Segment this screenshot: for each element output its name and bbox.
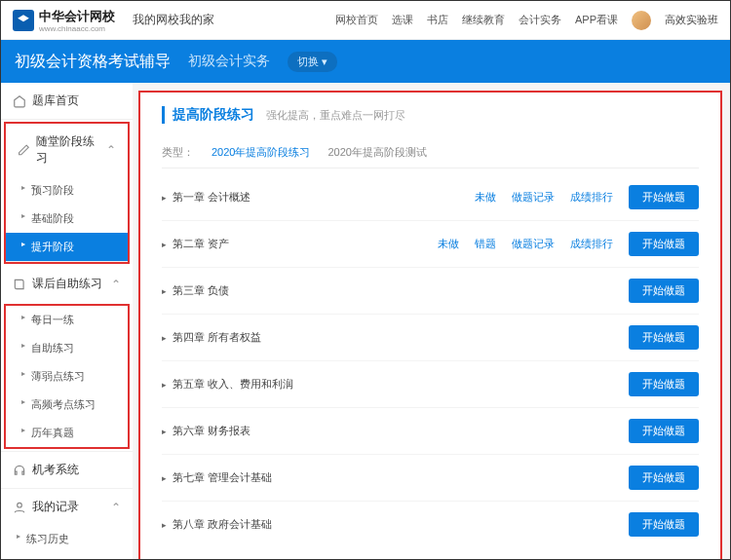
- top-nav: 网校首页选课书店继续教育会计实务APP看课高效实验班: [335, 11, 718, 30]
- chapter-link[interactable]: 未做: [438, 237, 459, 251]
- sidebar-head-selfstudy[interactable]: 课后自助练习 ⌃: [1, 266, 133, 302]
- sidebar-label: 题库首页: [32, 93, 79, 109]
- chapter-title[interactable]: 第五章 收入、费用和利润: [162, 377, 613, 392]
- chapter-row: 第八章 政府会计基础开始做题: [162, 502, 699, 547]
- sidebar-item-home[interactable]: 题库首页: [1, 83, 133, 119]
- sidebar-item[interactable]: 高频考点练习: [6, 391, 128, 419]
- sidebar-item[interactable]: 我的错题: [1, 553, 133, 559]
- start-button[interactable]: 开始做题: [629, 232, 699, 256]
- practice-panel: 提高阶段练习 强化提高，重点难点一网打尽 类型： 2020年提高阶段练习 202…: [138, 91, 722, 559]
- chapter-row: 第四章 所有者权益开始做题: [162, 315, 699, 361]
- chapter-title[interactable]: 第七章 管理会计基础: [162, 470, 613, 485]
- sidebar-head-inclass[interactable]: 随堂阶段练习 ⌃: [6, 124, 128, 176]
- type-option-practice[interactable]: 2020年提高阶段练习: [212, 145, 310, 160]
- chapter-title[interactable]: 第三章 负债: [162, 283, 613, 298]
- sidebar-section-home: 题库首页: [1, 83, 133, 120]
- chapter-title[interactable]: 第六章 财务报表: [162, 424, 613, 438]
- svg-point-0: [18, 503, 22, 507]
- sidebar-item[interactable]: 历年真题: [6, 419, 128, 447]
- chapter-row: 第三章 负债开始做题: [162, 268, 699, 315]
- top-nav-link[interactable]: 会计实务: [519, 13, 561, 27]
- chevron-up-icon: ⌃: [111, 278, 121, 291]
- chapter-title[interactable]: 第八章 政府会计基础: [162, 517, 613, 532]
- top-nav-link[interactable]: 选课: [392, 13, 413, 27]
- exam-title: 初级会计资格考试辅导: [15, 52, 171, 72]
- sidebar-item[interactable]: 提升阶段: [6, 233, 128, 261]
- start-button[interactable]: 开始做题: [629, 279, 699, 303]
- chevron-up-icon: ⌃: [111, 501, 121, 514]
- chapter-row: 第七章 管理会计基础开始做题: [162, 455, 699, 502]
- sidebar-label: 课后自助练习: [32, 276, 102, 292]
- top-nav-link[interactable]: 网校首页: [335, 13, 378, 27]
- headset-icon: [13, 464, 26, 477]
- chapter-title[interactable]: 第一章 会计概述: [162, 190, 475, 205]
- book-icon: [13, 278, 26, 291]
- sidebar-head-records[interactable]: 我的记录 ⌃: [1, 489, 133, 525]
- main-area: 提高阶段练习 强化提高，重点难点一网打尽 类型： 2020年提高阶段练习 202…: [133, 83, 730, 559]
- subject-name: 初级会计实务: [188, 53, 270, 70]
- chapter-title[interactable]: 第二章 资产: [162, 237, 438, 251]
- panel-title: 提高阶段练习: [162, 106, 254, 124]
- sidebar-section-mock: 机考系统: [1, 452, 133, 489]
- sidebar-section-records: 我的记录 ⌃ 练习历史我的错题我的收藏评估报告我的答疑: [1, 489, 133, 559]
- sidebar-item[interactable]: 预习阶段: [6, 176, 128, 205]
- top-nav-link[interactable]: APP看课: [575, 13, 618, 27]
- chapter-row: 第五章 收入、费用和利润开始做题: [162, 361, 699, 408]
- chapter-link[interactable]: 错题: [475, 237, 496, 251]
- start-button[interactable]: 开始做题: [629, 325, 699, 350]
- panel-description: 强化提高，重点难点一网打尽: [266, 108, 405, 123]
- chapter-link[interactable]: 成绩排行: [570, 190, 613, 205]
- top-bar: 中华会计网校 www.chinaacc.com 我的网校我的家 网校首页选课书店…: [1, 1, 730, 40]
- chapter-link[interactable]: 未做: [475, 190, 496, 205]
- type-option-test[interactable]: 2020年提高阶段测试: [327, 145, 426, 160]
- sidebar: 题库首页 随堂阶段练习 ⌃ 预习阶段基础阶段提升阶段 课后自助练习 ⌃ 每日一练…: [1, 83, 133, 559]
- sidebar-label: 机考系统: [32, 462, 79, 478]
- brand-url: www.chinaacc.com: [39, 25, 115, 33]
- chapter-links: 未做错题做题记录成绩排行: [438, 237, 613, 251]
- sidebar-label: 我的记录: [32, 499, 79, 515]
- pencil-icon: [18, 143, 30, 157]
- panel-header: 提高阶段练习 强化提高，重点难点一网打尽: [162, 106, 699, 124]
- chapter-link[interactable]: 成绩排行: [570, 237, 613, 251]
- logo[interactable]: 中华会计网校 www.chinaacc.com: [13, 8, 115, 33]
- switch-button[interactable]: 切换 ▾: [288, 52, 337, 72]
- chapter-title[interactable]: 第四章 所有者权益: [162, 330, 613, 345]
- start-button[interactable]: 开始做题: [629, 512, 699, 537]
- sidebar-section-inclass: 随堂阶段练习 ⌃ 预习阶段基础阶段提升阶段: [6, 124, 128, 262]
- layout: 题库首页 随堂阶段练习 ⌃ 预习阶段基础阶段提升阶段 课后自助练习 ⌃ 每日一练…: [1, 83, 730, 559]
- chapter-row: 第二章 资产未做错题做题记录成绩排行开始做题: [162, 221, 699, 268]
- sidebar-item-mock[interactable]: 机考系统: [1, 452, 133, 488]
- sidebar-item[interactable]: 薄弱点练习: [6, 362, 128, 391]
- sidebar-item[interactable]: 基础阶段: [6, 205, 128, 233]
- chapter-row: 第六章 财务报表开始做题: [162, 408, 699, 455]
- highlight-box-2: 每日一练自助练习薄弱点练习高频考点练习历年真题: [4, 304, 130, 449]
- sidebar-section-selfstudy: 课后自助练习 ⌃ 每日一练自助练习薄弱点练习高频考点练习历年真题: [1, 266, 133, 452]
- top-nav-link[interactable]: 书店: [427, 13, 448, 27]
- sidebar-item[interactable]: 自助练习: [6, 334, 128, 362]
- avatar[interactable]: [632, 11, 651, 30]
- chapter-links: 未做做题记录成绩排行: [475, 190, 613, 205]
- highlight-box-1: 随堂阶段练习 ⌃ 预习阶段基础阶段提升阶段: [4, 122, 130, 264]
- sidebar-item[interactable]: 练习历史: [1, 525, 133, 553]
- chapter-link[interactable]: 做题记录: [512, 190, 555, 205]
- logo-icon: [13, 10, 34, 31]
- home-icon: [13, 94, 26, 108]
- start-button[interactable]: 开始做题: [629, 372, 699, 396]
- top-nav-link[interactable]: 继续教育: [462, 13, 505, 27]
- start-button[interactable]: 开始做题: [629, 466, 699, 490]
- user-icon: [13, 501, 26, 514]
- type-label: 类型：: [162, 145, 194, 160]
- sidebar-label: 随堂阶段练习: [36, 133, 100, 167]
- type-filter-row: 类型： 2020年提高阶段练习 2020年提高阶段测试: [162, 137, 699, 168]
- start-button[interactable]: 开始做题: [629, 185, 699, 209]
- chevron-down-icon: ▾: [322, 56, 327, 68]
- start-button[interactable]: 开始做题: [629, 419, 699, 443]
- subject-bar: 初级会计资格考试辅导 初级会计实务 切换 ▾: [1, 40, 730, 83]
- user-badge[interactable]: 高效实验班: [665, 13, 718, 27]
- brand-name: 中华会计网校: [39, 8, 115, 25]
- chapter-link[interactable]: 做题记录: [512, 237, 555, 251]
- sidebar-item[interactable]: 每日一练: [6, 306, 128, 334]
- switch-label: 切换: [297, 55, 319, 69]
- chevron-up-icon: ⌃: [106, 143, 116, 157]
- slogan: 我的网校我的家: [133, 12, 214, 28]
